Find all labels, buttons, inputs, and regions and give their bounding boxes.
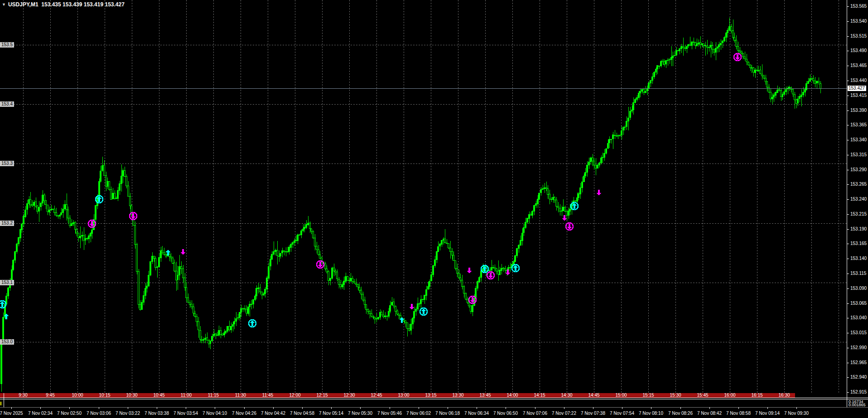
bear-candle-body [66,205,68,210]
time-axis-label: 7 Nov 02:50 [57,411,82,416]
bull-candle-body [119,184,121,191]
sell-signal-arrow [597,190,601,196]
bear-candle-body [460,278,461,280]
price-axis-tick [847,377,849,378]
session-time-label: 11:15 [208,393,219,398]
bull-candle-body [145,288,146,295]
bull-candle-body [342,285,343,287]
bear-candle-body [54,209,55,212]
session-time-label: 15:00 [615,393,627,398]
bull-candle-body [667,60,669,61]
price-axis-tick [847,184,849,185]
session-time-label: 14:45 [588,393,599,398]
bull-candle-body [777,90,778,92]
bear-candle-body [311,229,312,231]
bear-candle-body [364,300,366,304]
bull-candle-body [90,233,92,236]
bull-candle-body [568,211,569,216]
bear-candle-body [683,47,684,48]
price-axis-tick [847,36,849,37]
bear-candle-body [246,309,247,313]
time-axis-tick [680,407,681,409]
candlestick-chart[interactable] [0,0,868,418]
bear-candle-body [47,205,48,212]
bull-candle-body [117,190,119,198]
time-axis-label: 7 Nov 04:58 [290,411,314,416]
price-axis-tick [847,392,849,393]
bull-candle-body [755,70,756,72]
bull-candle-body [107,181,108,186]
bear-candle-body [45,201,47,205]
bull-candle-body [308,223,309,225]
bull-candle-body [431,274,432,281]
bear-candle-body [260,288,261,292]
time-axis-label: 7 Nov 05:30 [348,411,372,416]
subwindow-separator[interactable] [0,398,868,398]
bear-candle-body [352,279,353,282]
bull-candle-body [8,288,9,296]
bull-candle-body [474,298,475,306]
time-axis-label: 7 Nov 07:22 [552,411,576,416]
sell-signal-arrow [181,249,185,255]
time-axis[interactable]: 7 Nov 20257 Nov 02:347 Nov 02:507 Nov 03… [0,407,868,418]
bear-candle-body [750,65,751,68]
bear-candle-body [714,49,715,53]
bear-candle-body [207,338,208,341]
time-axis-tick [767,407,768,409]
session-time-label: 11:30 [235,393,246,398]
bear-candle-body [748,62,749,65]
bear-candle-body [189,303,191,304]
bull-candle-body [80,236,81,238]
time-axis-label: 7 Nov 07:38 [581,411,605,416]
bull-candle-body [59,215,61,216]
bull-candle-body [152,256,153,262]
session-time-label: 16:15 [751,393,762,398]
price-axis-label: 152.940 [850,375,867,380]
bull-candle-body [121,176,122,184]
bull-candle-body [520,240,521,245]
price-axis-label: 153.190 [850,227,867,231]
time-axis-tick [128,407,128,409]
bull-candle-body [686,46,688,48]
bull-candle-body [569,209,571,211]
ohlc-high: 153.439 [63,1,82,8]
bear-candle-body [217,335,218,336]
bear-candle-body [558,207,559,208]
bull-candle-body [799,96,800,99]
bear-candle-body [164,252,165,254]
bull-candle-body [412,318,414,324]
bull-candle-body [580,188,581,194]
bull-candle-body [604,153,605,157]
bear-candle-body [277,250,278,256]
bull-candle-body [141,303,143,310]
bear-candle-body [738,46,739,50]
bear-candle-body [104,165,105,176]
sell-signal-arrow [562,215,567,221]
indicator-subwindow[interactable] [0,399,847,407]
bear-candle-body [229,326,230,330]
bull-candle-body [724,38,725,41]
time-axis-label: 7 Nov 08:26 [668,411,693,416]
subwindow-separator-lower[interactable] [0,399,868,399]
bear-candle-body [731,26,732,31]
bull-candle-body [654,72,655,77]
bear-candle-body [690,44,691,46]
bull-candle-body [301,231,302,235]
bull-candle-body [551,199,552,200]
chart-menu-triangle-icon[interactable]: ▼ [2,2,6,7]
bull-candle-body [205,338,206,339]
price-axis-label: 152.990 [850,346,867,350]
bear-candle-body [450,248,451,252]
bull-candle-body [275,250,276,251]
time-axis-label: 7 Nov 05:14 [319,411,343,416]
bear-candle-body [794,94,796,100]
bear-candle-body [316,246,318,249]
bear-candle-body [659,66,660,66]
bull-candle-body [71,224,72,226]
time-axis-label: 7 Nov 07:06 [523,411,547,416]
bull-candle-body [577,198,578,202]
bear-candle-body [405,321,406,323]
bull-candle-body [148,275,149,286]
bear-candle-body [455,261,456,268]
bear-candle-body [162,250,163,252]
